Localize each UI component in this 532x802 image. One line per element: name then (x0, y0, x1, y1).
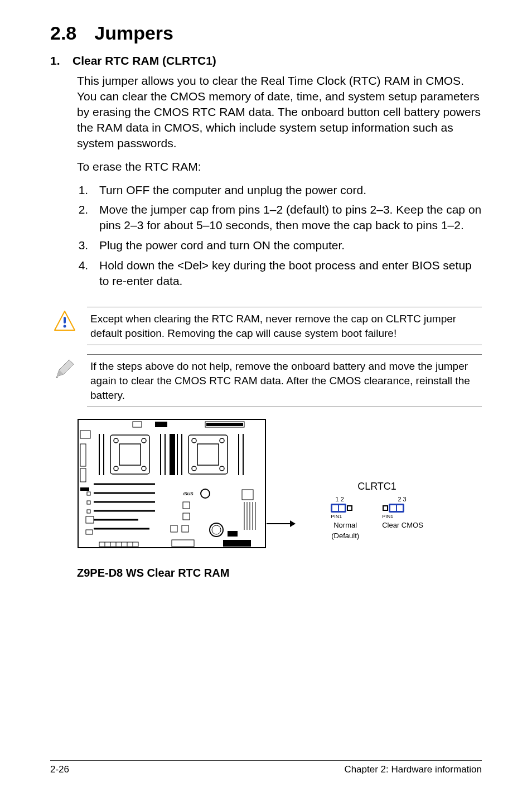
svg-rect-17 (119, 444, 141, 465)
svg-rect-42 (86, 516, 94, 523)
pin1-label-normal: PIN1 (331, 514, 360, 519)
svg-rect-48 (182, 525, 188, 532)
step-2: Move the jumper cap from pins 1–2 (defau… (91, 202, 482, 233)
svg-rect-47 (171, 525, 177, 532)
svg-rect-66 (223, 540, 251, 547)
jumper-cap-icon (389, 504, 404, 513)
svg-rect-1 (64, 317, 66, 323)
svg-rect-43 (86, 530, 93, 534)
svg-point-21 (192, 466, 196, 471)
warning-text: Except when clearing the RTC RAM, never … (87, 307, 482, 345)
jumper-normal-caption-2: (Default) (331, 532, 360, 540)
svg-rect-39 (87, 492, 90, 495)
svg-rect-40 (87, 501, 90, 504)
svg-rect-5 (155, 422, 167, 427)
step-4: Hold down the <Del> key during the boot … (91, 258, 482, 289)
svg-rect-32 (170, 434, 175, 475)
svg-point-15 (114, 466, 118, 471)
step-3: Plug the power cord and turn ON the comp… (91, 238, 482, 253)
svg-rect-46 (183, 513, 190, 520)
steps-list: Turn OFF the computer and unplug the pow… (77, 182, 482, 289)
svg-rect-18 (188, 435, 228, 474)
item1-paragraph-1: This jumper allows you to clear the Real… (77, 73, 482, 151)
jumper-normal-pins: 1 2 (336, 496, 344, 503)
jumper-name: CLRTC1 (310, 481, 444, 492)
item1-paragraph-2: To erase the RTC RAM: (77, 159, 482, 175)
svg-point-20 (220, 438, 224, 443)
info-note: If the steps above do not help, remove t… (50, 354, 482, 407)
svg-point-13 (114, 438, 118, 443)
chapter-label: Chapter 2: Hardware information (344, 764, 482, 775)
svg-rect-7 (206, 423, 243, 426)
jumper-clear-pins: 2 3 (398, 496, 406, 503)
info-text: If the steps above do not help, remove t… (87, 354, 482, 407)
svg-point-16 (142, 466, 146, 471)
svg-rect-65 (172, 540, 194, 547)
warning-note: Except when clearing the RTC RAM, never … (50, 307, 482, 345)
svg-rect-9 (80, 444, 86, 466)
jumper-open-pin-icon (347, 505, 352, 511)
svg-point-19 (192, 438, 196, 443)
pin1-label-clear: PIN1 (382, 514, 423, 519)
svg-rect-4 (133, 422, 142, 427)
svg-text:/SUS: /SUS (182, 491, 194, 496)
jumper-cap-icon (331, 504, 346, 513)
svg-rect-41 (87, 510, 90, 513)
svg-point-2 (64, 325, 66, 328)
section-title-text: Jumpers (94, 22, 173, 44)
svg-point-44 (201, 489, 210, 498)
diagram-caption: Z9PE-D8 WS Clear RTC RAM (77, 567, 482, 579)
svg-rect-45 (183, 502, 190, 509)
svg-rect-11 (80, 487, 89, 491)
jumper-clear-caption: Clear CMOS (382, 521, 423, 530)
jumper-normal: 1 2 PIN1 Normal (Default) (331, 496, 360, 540)
section-number: 2.8 (50, 22, 76, 44)
step-1: Turn OFF the computer and unplug the pow… (91, 182, 482, 198)
motherboard-outline-icon: /SUS (77, 418, 267, 563)
pencil-icon (54, 357, 76, 380)
svg-rect-12 (110, 435, 149, 474)
svg-rect-67 (228, 531, 238, 537)
svg-rect-10 (80, 468, 86, 482)
jumper-clear: 2 3 PIN1 Clear CMOS (382, 496, 423, 540)
svg-point-14 (142, 438, 146, 443)
svg-point-22 (220, 466, 224, 471)
section-heading: 2.8Jumpers (50, 22, 482, 44)
svg-point-50 (212, 525, 221, 534)
warning-triangle-icon (54, 310, 76, 332)
item1-heading: 1.Clear RTC RAM (CLRTC1) (50, 54, 482, 67)
item1-number: 1. (50, 54, 72, 67)
jumper-normal-caption-1: Normal (331, 521, 360, 530)
svg-rect-23 (197, 444, 219, 465)
page-footer: 2-26 Chapter 2: Hardware information (50, 760, 482, 775)
svg-rect-8 (80, 431, 90, 438)
item1-title: Clear RTC RAM (CLRTC1) (72, 54, 216, 67)
board-diagram: /SUS CLRTC1 1 2 (77, 418, 482, 563)
svg-rect-51 (242, 490, 253, 500)
page-number: 2-26 (50, 764, 69, 775)
jumper-open-pin-icon (383, 505, 388, 511)
arrow-icon (267, 523, 294, 524)
